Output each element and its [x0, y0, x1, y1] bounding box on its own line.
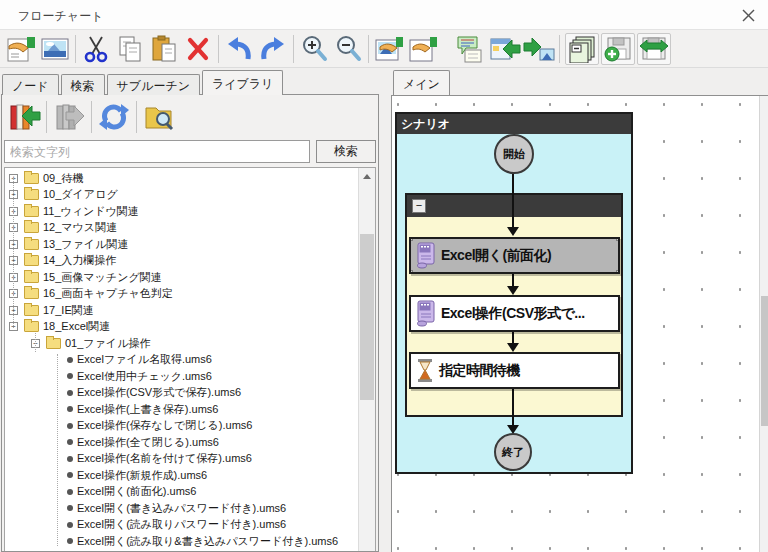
image-icon: [40, 36, 70, 62]
import-library-button[interactable]: [5, 99, 43, 135]
tree-label: 18_Excel関連: [43, 319, 110, 334]
tree-row[interactable]: −18_Excel関連: [5, 319, 358, 336]
new-flowchart-button[interactable]: [4, 33, 38, 65]
tree-label: Excel開く(読み取りパスワード付き).ums6: [77, 517, 286, 532]
selection-handle[interactable]: [616, 270, 620, 274]
selection-handle[interactable]: [409, 237, 413, 241]
edit-image-button[interactable]: [372, 33, 406, 65]
search-button[interactable]: 検索: [316, 140, 376, 163]
close-button[interactable]: [736, 4, 760, 26]
flow-node-wait[interactable]: 指定時間待機: [409, 352, 620, 389]
flowchart-panel: メイン シナリオ − 開始 Excel開く(: [391, 68, 768, 552]
file-bullet-icon: [67, 423, 73, 429]
page-stack-button[interactable]: [565, 33, 599, 65]
copy-button[interactable]: [113, 33, 147, 65]
file-bullet-icon: [67, 489, 73, 495]
image-button[interactable]: [38, 33, 72, 65]
flow-node-excel-csv[interactable]: Excel操作(CSV形式で...: [409, 295, 620, 332]
scroll-up-button[interactable]: [359, 168, 375, 184]
tree-items: +09_待機 +10_ダイアログ +11_ウィンドウ関連 +12_マウス関連 +…: [5, 170, 358, 551]
comment-button[interactable]: [454, 33, 488, 65]
tree-row[interactable]: +14_入力欄操作: [5, 253, 358, 270]
copy-icon: [116, 35, 144, 63]
toolbar-separator: [559, 35, 560, 63]
folder-icon: [24, 189, 39, 200]
tree-label: 14_入力欄操作: [43, 253, 116, 268]
file-bullet-icon: [67, 439, 73, 445]
tab-main[interactable]: メイン: [393, 70, 450, 95]
tree-scrollbar[interactable]: [358, 168, 375, 551]
flow-node-excel-open[interactable]: Excel開く(前面化): [409, 237, 620, 274]
import-window-button[interactable]: [488, 33, 522, 65]
folder-icon: [24, 255, 39, 266]
connector-line: [512, 174, 514, 234]
script-icon: [416, 242, 436, 269]
connector-line: [512, 389, 514, 427]
canvas-scrollbar[interactable]: [759, 96, 768, 552]
tree-scrollbar-thumb[interactable]: [360, 234, 374, 400]
arrowhead-icon: [507, 286, 519, 295]
selection-handle[interactable]: [409, 270, 413, 274]
tree-label: 17_IE関連: [43, 303, 94, 318]
edit-page-button[interactable]: [406, 33, 440, 65]
tree-row[interactable]: +15_画像マッチング関連: [5, 269, 358, 286]
collapse-button[interactable]: −: [412, 199, 426, 213]
file-bullet-icon: [67, 357, 73, 363]
tree-label: Excel使用中チェック.ums6: [77, 369, 212, 384]
save-add-button[interactable]: [601, 33, 635, 65]
end-node[interactable]: 終了: [494, 433, 532, 471]
tree-row[interactable]: +17_IE関連: [5, 302, 358, 319]
window-titlebar: フローチャート: [0, 0, 768, 30]
file-bullet-icon: [67, 456, 73, 462]
node-label: Excel操作(CSV形式で...: [441, 305, 585, 323]
zoom-out-button[interactable]: [331, 33, 365, 65]
tree-row[interactable]: +12_マウス関連: [5, 220, 358, 237]
cut-button[interactable]: [79, 33, 113, 65]
selection-handle[interactable]: [616, 237, 620, 241]
canvas-scrollbar-thumb[interactable]: [761, 296, 768, 426]
tree-label: 15_画像マッチング関連: [43, 270, 162, 285]
delete-button[interactable]: [181, 33, 215, 65]
reload-library-button[interactable]: [95, 99, 133, 135]
redo-button[interactable]: [256, 33, 290, 65]
tree-row[interactable]: −01_ファイル操作: [5, 335, 358, 352]
paste-icon: [150, 35, 178, 63]
folder-icon: [24, 272, 39, 283]
start-node[interactable]: 開始: [494, 134, 534, 174]
page-stack-icon: [567, 35, 597, 63]
library-folder-search-button[interactable]: [140, 99, 178, 135]
node-label: Excel開く(前面化): [441, 247, 551, 265]
zoom-in-button[interactable]: [297, 33, 331, 65]
tree-row[interactable]: +16_画面キャプチャ色判定: [5, 286, 358, 303]
tree-row[interactable]: +09_待機: [5, 170, 358, 187]
undo-button[interactable]: [222, 33, 256, 65]
scenario-header[interactable]: シナリオ: [397, 114, 631, 134]
tab-node[interactable]: ノード: [2, 74, 59, 95]
search-input[interactable]: [4, 140, 310, 163]
close-icon: [742, 9, 755, 22]
tree-label: Excel開く(読み取り&書き込みパスワード付き).ums6: [77, 534, 338, 549]
tree-row[interactable]: +13_ファイル関連: [5, 236, 358, 253]
export-library-button[interactable]: [50, 99, 88, 135]
edit-image-icon: [374, 35, 404, 63]
tree-label: Excel操作(上書き保存).ums6: [77, 402, 218, 417]
tree-row[interactable]: +11_ウィンドウ関連: [5, 203, 358, 220]
tree-label: Excel操作(新規作成).ums6: [77, 468, 207, 483]
folder-search-icon: [143, 102, 175, 132]
tree-row[interactable]: +10_ダイアログ: [5, 187, 358, 204]
tab-library[interactable]: ライブラリ: [202, 70, 283, 95]
tree-label: 01_ファイル操作: [65, 336, 150, 351]
flowchart-canvas[interactable]: シナリオ − 開始 Excel開く(前面化): [391, 95, 768, 552]
tab-search[interactable]: 検索: [61, 74, 105, 95]
tab-subroutine[interactable]: サブルーチン: [107, 74, 200, 95]
redo-icon: [259, 35, 287, 63]
toolbar-separator: [136, 101, 137, 133]
export-image-button[interactable]: [522, 33, 556, 65]
save-sync-button[interactable]: [637, 33, 671, 65]
group-header[interactable]: −: [407, 195, 621, 217]
export-library-icon: [52, 102, 86, 132]
save-sync-icon: [639, 35, 669, 63]
folder-icon: [24, 288, 39, 299]
zoom-out-icon: [335, 35, 362, 62]
paste-button[interactable]: [147, 33, 181, 65]
